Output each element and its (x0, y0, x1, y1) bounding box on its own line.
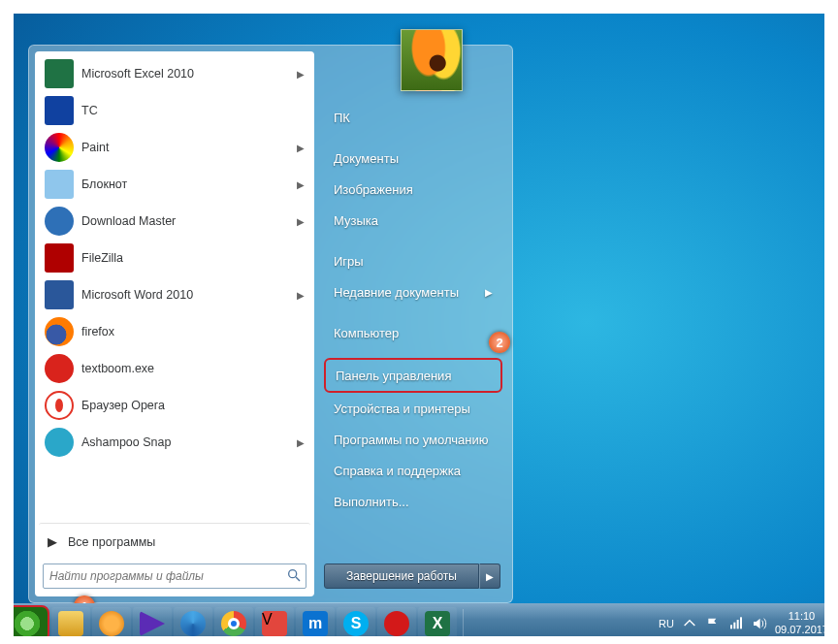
program-item-tc[interactable]: TC (39, 92, 310, 129)
taskbar-app-chrome[interactable] (214, 607, 253, 640)
taskbar-app-maxthon[interactable]: m (296, 607, 335, 640)
places-label: Документы (334, 151, 399, 166)
flag-icon[interactable] (705, 616, 721, 631)
excel-icon (45, 59, 74, 88)
program-item-ff[interactable]: firefox (39, 313, 310, 350)
excel-icon: X (425, 611, 450, 636)
shutdown-options-button[interactable]: ▶ (479, 564, 500, 589)
search-input[interactable] (43, 564, 306, 589)
all-programs-button[interactable]: ▶ Все программы (39, 523, 310, 560)
start-button[interactable] (5, 605, 49, 642)
chevron-right-icon: ▶ (297, 290, 305, 301)
program-item-opera[interactable]: Браузер Opera (39, 387, 310, 424)
places-item[interactable]: Недавние документы▶ (324, 276, 502, 307)
places-label: Изображения (334, 182, 413, 197)
ie-icon (180, 611, 206, 636)
places-item[interactable]: Устройства и принтеры (324, 393, 502, 424)
program-item-paint[interactable]: Paint▶ (39, 129, 310, 166)
program-item-notepad[interactable]: Блокнот▶ (39, 166, 310, 203)
chevron-right-icon: ▶ (486, 571, 494, 582)
shutdown-button[interactable]: Завершение работы (324, 564, 479, 589)
opera-icon (45, 391, 74, 420)
purple-icon (140, 611, 165, 636)
chevron-right-icon: ▶ (45, 534, 60, 550)
callout-number: 2 (496, 336, 502, 350)
search-icon (286, 567, 302, 583)
places-item[interactable]: Панель управления (324, 358, 502, 393)
taskbar-app-skype[interactable]: S (337, 607, 375, 640)
program-label: Microsoft Excel 2010 (81, 67, 194, 80)
program-label: Блокнот (81, 177, 127, 191)
tb-icon (45, 354, 74, 383)
program-label: Download Master (81, 214, 176, 228)
program-label: textboom.exe (81, 362, 154, 375)
network-icon[interactable] (728, 616, 744, 631)
places-label: Недавние документы (334, 285, 459, 300)
places-label: Игры (334, 254, 364, 269)
places-item[interactable]: Программы по умолчанию (324, 424, 502, 455)
system-tray: RU 11:10 09.07.2017 (659, 610, 834, 637)
dm-icon (45, 207, 74, 236)
places-label: ПК (334, 111, 350, 125)
skype-icon: S (343, 611, 369, 636)
show-hidden-icons-icon[interactable] (682, 616, 697, 631)
chevron-right-icon: ▶ (485, 287, 493, 298)
user-avatar[interactable] (401, 29, 463, 91)
chevron-right-icon: ▶ (297, 437, 305, 448)
volume-icon[interactable] (752, 616, 767, 631)
explorer-icon (58, 611, 83, 636)
program-item-dm[interactable]: Download Master▶ (39, 203, 310, 240)
svg-rect-2 (730, 625, 732, 628)
clock[interactable]: 11:10 09.07.2017 (775, 610, 828, 637)
program-label: Microsoft Word 2010 (81, 288, 193, 302)
places-label: Панель управления (336, 369, 451, 383)
places-label: Выполнить... (334, 495, 409, 509)
program-item-tb[interactable]: textboom.exe (39, 350, 310, 387)
program-item-snap[interactable]: Ashampoo Snap▶ (39, 424, 310, 461)
maxthon-icon: m (303, 611, 328, 636)
places-label: Справка и поддержка (334, 464, 461, 478)
chevron-right-icon: ▶ (297, 179, 305, 190)
program-label: TC (81, 104, 98, 117)
svg-rect-4 (737, 620, 739, 628)
places-item[interactable]: Игры (324, 245, 502, 276)
language-indicator[interactable]: RU (659, 618, 674, 629)
places-item[interactable]: ПК (324, 102, 502, 133)
taskbar-app-excel[interactable]: X (418, 607, 457, 640)
taskbar-separator (463, 609, 464, 638)
places-label: Устройства и принтеры (334, 402, 470, 416)
all-programs-label: Все программы (68, 535, 155, 549)
shutdown-label: Завершение работы (346, 569, 457, 583)
red-icon (384, 611, 409, 636)
ff-icon (45, 317, 74, 346)
search-wrap (43, 564, 306, 589)
clock-date: 09.07.2017 (775, 624, 828, 637)
paint-icon (45, 133, 74, 162)
wmp-icon (99, 611, 124, 636)
taskbar-app-red[interactable] (377, 607, 416, 640)
chevron-right-icon: ▶ (297, 69, 305, 80)
places-item[interactable]: Музыка (324, 205, 502, 236)
taskbar-app-ie[interactable] (174, 607, 212, 640)
taskbar-app-vivaldi[interactable]: V (255, 607, 294, 640)
places-item[interactable]: Изображения (324, 174, 502, 205)
fz-icon (45, 243, 74, 273)
taskbar-app-explorer[interactable] (51, 607, 90, 640)
program-item-excel[interactable]: Microsoft Excel 2010▶ (39, 55, 310, 92)
start-menu: Microsoft Excel 2010▶TCPaint▶Блокнот▶Dow… (28, 45, 513, 603)
taskbar-app-purple[interactable] (133, 607, 172, 640)
places-item[interactable]: Документы (324, 143, 502, 174)
program-item-fz[interactable]: FileZilla (39, 240, 310, 276)
program-item-word[interactable]: Microsoft Word 2010▶ (39, 276, 310, 313)
chevron-right-icon: ▶ (297, 143, 305, 153)
places-item[interactable]: Выполнить... (324, 486, 502, 517)
svg-point-0 (289, 570, 297, 578)
chevron-right-icon: ▶ (297, 216, 305, 227)
annotation-callout-2: 2 (489, 332, 510, 353)
places-label: Компьютер (334, 326, 399, 340)
places-item[interactable]: Компьютер (324, 317, 502, 348)
svg-line-1 (296, 577, 300, 581)
clock-time: 11:10 (775, 610, 828, 624)
places-item[interactable]: Справка и поддержка (324, 455, 502, 486)
taskbar-app-wmp[interactable] (92, 607, 131, 640)
